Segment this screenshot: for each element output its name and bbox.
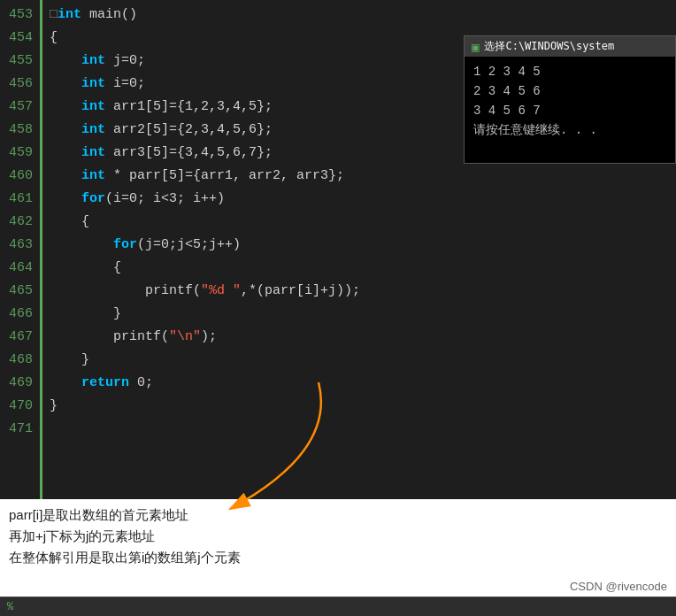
line-num-457: 457	[4, 96, 33, 119]
line-num-463: 463	[4, 234, 33, 257]
code-line-464: {	[50, 257, 669, 280]
code-line-462: {	[50, 211, 669, 234]
annotation-line-1: parr[i]是取出数组的首元素地址	[9, 504, 667, 526]
code-line-460: int * parr[5]={arr1, arr2, arr3};	[50, 165, 669, 188]
annotation-line-3: 在整体解引用是取出第i的数组第j个元素	[9, 547, 667, 568]
bottom-bar: %	[0, 597, 676, 616]
line-num-459: 459	[4, 142, 33, 165]
terminal-title: ▣ 选择C:\WINDOWS\system	[465, 36, 675, 57]
zoom-pct: %	[7, 601, 13, 613]
line-num-460: 460	[4, 165, 33, 188]
line-num-470: 470	[4, 395, 33, 418]
code-line-468: }	[50, 349, 669, 372]
line-num-465: 465	[4, 280, 33, 303]
terminal-body: 1 2 3 4 5 2 3 4 5 6 3 4 5 6 7 请按任意键继续. .…	[465, 57, 675, 163]
code-line-466: }	[50, 303, 669, 326]
code-line-465: printf("%d ",*(parr[i]+j));	[50, 280, 669, 303]
watermark: CSDN @rivencode	[570, 580, 667, 593]
line-num-454: 454	[4, 27, 33, 50]
line-num-468: 468	[4, 349, 33, 372]
line-num-464: 464	[4, 257, 33, 280]
line-num-458: 458	[4, 119, 33, 142]
terminal-line-2: 2 3 4 5 6	[473, 81, 666, 101]
terminal-line-1: 1 2 3 4 5	[473, 62, 666, 81]
line-num-469: 469	[4, 372, 33, 395]
code-line-471	[50, 418, 669, 441]
code-line-470: }	[50, 395, 669, 418]
terminal-window: ▣ 选择C:\WINDOWS\system 1 2 3 4 5 2 3 4 5 …	[464, 35, 676, 164]
line-num-453: 453	[4, 4, 33, 27]
line-num-456: 456	[4, 73, 33, 96]
line-num-462: 462	[4, 211, 33, 234]
line-num-471: 471	[4, 418, 33, 441]
line-num-461: 461	[4, 188, 33, 211]
line-num-455: 455	[4, 50, 33, 73]
terminal-line-3: 3 4 5 6 7	[473, 101, 666, 120]
terminal-line-4: 请按任意键继续. . .	[473, 120, 666, 140]
code-line-453: □int main()	[50, 4, 669, 27]
line-num-466: 466	[4, 303, 33, 326]
terminal-title-text: 选择C:\WINDOWS\system	[484, 39, 614, 54]
terminal-icon: ▣	[472, 40, 479, 54]
line-num-467: 467	[4, 326, 33, 349]
code-line-469: return 0;	[50, 372, 669, 395]
code-line-461: for(i=0; i<3; i++)	[50, 188, 669, 211]
code-line-463: for(j=0;j<5;j++)	[50, 234, 669, 257]
code-line-467: printf("\n");	[50, 326, 669, 349]
annotation-line-2: 再加+j下标为j的元素地址	[9, 526, 667, 547]
